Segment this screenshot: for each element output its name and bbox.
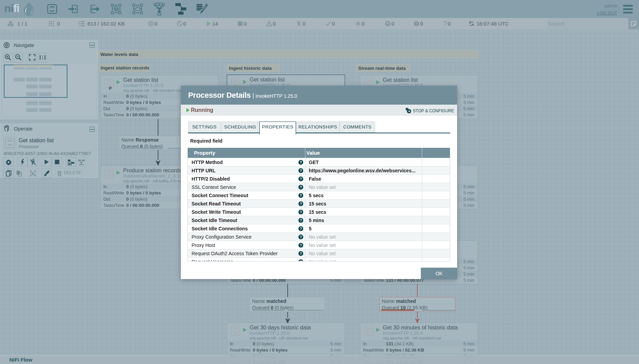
svg-text:?: ? (300, 227, 302, 231)
svg-text:?: ? (300, 169, 302, 173)
svg-text:?: ? (300, 235, 302, 239)
svg-text:?: ? (300, 210, 302, 214)
svg-text:?: ? (300, 219, 302, 222)
svg-text:?: ? (300, 202, 302, 206)
svg-text:?: ? (300, 185, 302, 189)
svg-text:?: ? (300, 243, 302, 247)
svg-text:?: ? (300, 194, 302, 198)
svg-text:?: ? (300, 260, 302, 262)
svg-text:?: ? (300, 161, 302, 164)
svg-text:?: ? (300, 252, 302, 256)
svg-text:?: ? (300, 177, 302, 181)
